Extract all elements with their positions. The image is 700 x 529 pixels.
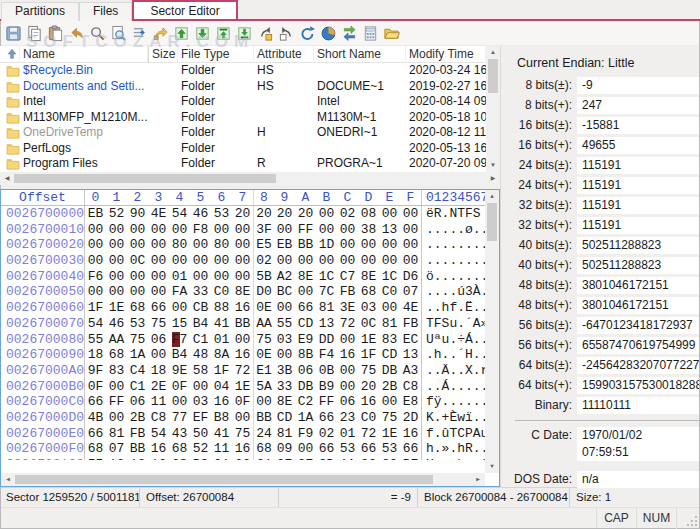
hex-byte[interactable]: 18 [85,347,106,363]
hex-byte[interactable]: 33 [274,379,295,395]
toolbar-button-move-top[interactable] [213,23,234,44]
scroll-right-icon[interactable]: ▶ [471,473,485,486]
hex-byte[interactable]: 66 [400,441,421,457]
scroll-right-icon[interactable]: ▶ [486,172,500,185]
hex-byte[interactable]: FB [127,426,148,442]
hex-byte[interactable]: 8E [232,284,253,300]
scroll-up-icon[interactable]: ▲ [485,190,499,203]
hex-ascii[interactable]: ..Á..... [421,379,485,395]
hex-byte[interactable]: 75 [379,410,400,426]
hex-byte[interactable]: CD [295,316,316,332]
hex-byte[interactable]: 0F [85,379,106,395]
hex-byte[interactable]: 00 [190,269,211,285]
c-date-value[interactable]: 1970/01/02 07:59:51 [577,427,700,461]
column-header-file-type[interactable]: File Type [178,46,254,63]
hex-byte[interactable]: BB [295,237,316,253]
hex-byte[interactable]: 3F [253,222,274,238]
scrollbar-thumb[interactable] [488,59,498,93]
hex-byte[interactable]: 00 [274,222,295,238]
hex-byte[interactable]: 68 [169,457,190,460]
hex-byte[interactable]: 16 [232,441,253,457]
hex-byte[interactable]: 06 [295,363,316,379]
inspector-value[interactable]: -9 [577,77,700,94]
hex-byte[interactable]: 06 [148,332,169,348]
hex-byte[interactable]: 00 [106,237,127,253]
hex-byte[interactable]: EB [85,206,106,222]
hex-byte[interactable]: 0F [169,379,190,395]
hex-byte[interactable]: CB [190,300,211,316]
hex-byte[interactable]: 00 [295,284,316,300]
hex-byte[interactable]: C0 [379,284,400,300]
hex-byte[interactable]: 00 [169,394,190,410]
hex-byte[interactable]: E9 [295,332,316,348]
hex-byte[interactable]: 16 [400,426,421,442]
inspector-value[interactable]: 115191 [577,177,700,194]
hex-byte[interactable]: 00 [85,253,106,269]
hex-byte[interactable]: 43 [169,426,190,442]
hex-byte[interactable]: 0E [274,457,295,460]
hex-byte[interactable]: 1A [295,410,316,426]
hex-byte[interactable]: 00 [127,269,148,285]
hex-byte[interactable]: 3B [274,363,295,379]
hex-byte[interactable]: 00 [190,253,211,269]
hex-byte[interactable]: A3 [400,363,421,379]
hex-byte[interactable]: 1E [232,379,253,395]
hex-byte[interactable]: 8E [295,269,316,285]
toolbar-button-goto-offset[interactable] [129,23,150,44]
hex-byte[interactable]: 80 [211,237,232,253]
hex-byte[interactable]: FB [337,284,358,300]
hex-byte[interactable]: 83 [106,363,127,379]
hex-byte[interactable]: 20 [253,206,274,222]
hex-byte[interactable]: B4 [190,316,211,332]
hex-byte[interactable]: 00 [295,253,316,269]
hex-ascii[interactable]: U...h¸.f [421,457,485,460]
hex-byte[interactable]: 68 [127,300,148,316]
hex-ascii[interactable]: ....ú3À. [421,284,485,300]
toolbar-button-move-down[interactable] [192,23,213,44]
hex-byte[interactable]: 66 [232,457,253,460]
hex-byte[interactable]: 16 [337,347,358,363]
hex-byte[interactable]: 83 [379,332,400,348]
hex-byte[interactable]: 2B [127,410,148,426]
toolbar-button-refresh[interactable] [297,23,318,44]
hex-byte[interactable]: 1F [211,363,232,379]
hex-byte[interactable]: 16 [211,394,232,410]
hex-byte[interactable]: C0 [358,410,379,426]
hex-byte[interactable]: 53 [127,316,148,332]
hex-byte[interactable]: C8 [148,410,169,426]
hex-byte[interactable]: 5A [253,379,274,395]
hex-byte[interactable]: 00 [148,222,169,238]
hex-byte[interactable]: 66 [316,410,337,426]
hex-byte[interactable]: 68 [358,284,379,300]
toolbar-button-statistics[interactable] [318,23,339,44]
hex-byte[interactable]: 4E [148,206,169,222]
toolbar-button-jump-sector[interactable] [150,23,171,44]
hex-byte[interactable]: E8 [400,394,421,410]
file-list-vertical-scrollbar[interactable]: ▲ ▼ [486,46,500,172]
hex-byte[interactable]: 53 [211,206,232,222]
hex-byte[interactable]: 07 [106,441,127,457]
hex-byte[interactable]: 8E [358,269,379,285]
hex-byte[interactable]: 77 [169,410,190,426]
hex-byte[interactable]: F7 [169,332,190,348]
hex-byte[interactable]: 8E [274,394,295,410]
toolbar-button-move-bottom[interactable] [234,23,255,44]
hex-byte[interactable]: 03 [358,300,379,316]
scrollbar-thumb[interactable] [487,203,497,241]
hex-byte[interactable]: FF [295,222,316,238]
inspector-value[interactable]: 115191 [577,157,700,174]
hex-byte[interactable]: 9E [169,363,190,379]
hex-byte[interactable]: 1F [85,300,106,316]
hex-byte[interactable]: C7 [337,269,358,285]
hex-byte[interactable]: 75 [253,332,274,348]
hex-byte[interactable]: 46 [106,316,127,332]
hex-byte[interactable]: FB [400,316,421,332]
column-header-size[interactable]: Size [148,46,178,63]
hex-byte[interactable]: 18 [148,363,169,379]
hex-byte[interactable]: 0E [253,347,274,363]
hex-byte[interactable]: 00 [400,206,421,222]
hex-byte[interactable]: 4B [85,410,106,426]
sort-ascending-icon[interactable] [0,46,20,63]
hex-byte[interactable]: 00 [379,237,400,253]
hex-byte[interactable]: 00 [337,222,358,238]
